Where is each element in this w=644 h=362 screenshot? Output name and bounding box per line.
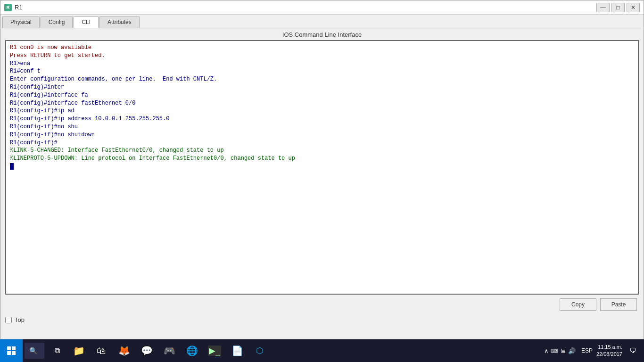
store-icon: 🛍 xyxy=(97,346,106,356)
terminal-line: R1#conf t xyxy=(10,67,634,75)
taskbar-icon-store[interactable]: 🛍 xyxy=(91,339,112,362)
paste-button[interactable]: Paste xyxy=(600,298,637,311)
tab-attributes[interactable]: Attributes xyxy=(99,16,140,28)
top-checkbox-label: Top xyxy=(15,316,25,323)
taskbar-clock[interactable]: 11:15 a.m. 22/08/2017 xyxy=(596,344,622,358)
terminal-line: R1 con0 is now available xyxy=(10,44,634,52)
terminal-wrapper: R1 con0 is now availablePress RETURN to … xyxy=(5,40,639,295)
close-button[interactable]: ✕ xyxy=(627,3,640,12)
terminal-line: Enter configuration commands, one per li… xyxy=(10,75,634,83)
taskbar-icon-discord[interactable]: 🎮 xyxy=(158,339,180,362)
discord-icon: 🎮 xyxy=(164,345,175,356)
title-bar-left: R R1 xyxy=(4,4,23,11)
cisco-icon: ⬡ xyxy=(256,346,264,356)
svg-rect-1 xyxy=(12,346,16,350)
language-indicator[interactable]: ESP xyxy=(581,347,593,354)
tab-cli[interactable]: CLI xyxy=(74,16,99,28)
terminal-cursor-line xyxy=(10,163,634,171)
svg-rect-0 xyxy=(7,346,11,350)
speaker-icon[interactable]: 🔊 xyxy=(568,347,576,354)
taskbar-app-icons: 📁 🛍 🦊 💬 🎮 🌐 ▶_ 📄 ⬡ xyxy=(68,339,271,362)
clock-date: 22/08/2017 xyxy=(596,351,622,358)
taskbar-icon-cisco[interactable]: ⬡ xyxy=(249,339,271,362)
taskbar-right: ∧ ⌨ 🖥 🔊 ESP 11:15 a.m. 22/08/2017 🗨 xyxy=(544,339,644,362)
taskbar-icon-explorer[interactable]: 📁 xyxy=(68,339,90,362)
minimize-button[interactable]: — xyxy=(596,3,610,12)
bottom-area: Top xyxy=(0,313,644,326)
cli-section-title: IOS Command Line Interface xyxy=(5,31,639,38)
terminal-output[interactable]: R1 con0 is now availablePress RETURN to … xyxy=(6,41,638,294)
taskbar-icon-terminal[interactable]: ▶_ xyxy=(204,339,225,362)
terminal-line: R1(config-if)# xyxy=(10,139,634,147)
search-icon: 🔍 xyxy=(29,347,37,354)
terminal-line: R1(config-if)#no shutdown xyxy=(10,131,634,139)
tab-physical[interactable]: Physical xyxy=(2,16,40,28)
skype-icon: 💬 xyxy=(141,345,153,356)
keyboard-icon[interactable]: ⌨ xyxy=(551,348,558,354)
terminal-line: %LINEPROTO-5-UPDOWN: Line protocol on In… xyxy=(10,155,634,163)
notification-icon: 🗨 xyxy=(629,347,636,354)
taskview-button[interactable]: ⧉ xyxy=(46,339,68,362)
clock-time: 11:15 a.m. xyxy=(596,344,622,351)
window-title: R1 xyxy=(15,4,23,11)
terminal-line: R1(config-if)#ip ad xyxy=(10,107,634,115)
taskbar-icon-firefox[interactable]: 🦊 xyxy=(113,339,135,362)
terminal-line: R1(config)#interface fa xyxy=(10,91,634,99)
explorer-icon: 📁 xyxy=(73,345,85,356)
taskbar-icon-skype[interactable]: 💬 xyxy=(136,339,157,362)
window-icon: R xyxy=(4,4,12,11)
firefox-icon: 🦊 xyxy=(118,345,130,356)
terminal-line: R1(config-if)#ip address 10.0.0.1 255.25… xyxy=(10,115,634,123)
chrome-icon: 🌐 xyxy=(186,345,198,356)
title-bar: R R1 — □ ✕ xyxy=(0,0,644,15)
chevron-up-icon[interactable]: ∧ xyxy=(544,347,549,354)
content-area: IOS Command Line Interface R1 con0 is no… xyxy=(0,28,644,313)
terminal-line: R1(config-if)#no shu xyxy=(10,123,634,131)
network-icon[interactable]: 🖥 xyxy=(560,347,566,354)
terminal-line: R1>ena xyxy=(10,60,634,68)
start-button[interactable] xyxy=(0,339,23,362)
button-area: Copy Paste xyxy=(5,298,639,311)
terminal-line: %LINK-5-CHANGED: Interface FastEthernet0… xyxy=(10,147,634,155)
tab-bar: Physical Config CLI Attributes xyxy=(0,15,644,28)
maximize-button[interactable]: □ xyxy=(611,3,625,12)
taskbar-icon-word[interactable]: 📄 xyxy=(226,339,248,362)
taskbar-search[interactable]: 🔍 xyxy=(25,343,44,359)
terminal-line: R1(config)#inter xyxy=(10,83,634,91)
taskbar-icon-chrome[interactable]: 🌐 xyxy=(181,339,203,362)
terminal-line: Press RETURN to get started. xyxy=(10,52,634,60)
notification-button[interactable]: 🗨 xyxy=(626,339,639,362)
main-window: R R1 — □ ✕ Physical Config CLI Attribute… xyxy=(0,0,644,339)
title-bar-controls: — □ ✕ xyxy=(596,3,640,12)
word-icon: 📄 xyxy=(231,345,243,356)
top-checkbox[interactable] xyxy=(5,317,12,323)
taskview-icon: ⧉ xyxy=(55,346,60,355)
copy-button[interactable]: Copy xyxy=(560,298,596,311)
taskbar: 🔍 ⧉ 📁 🛍 🦊 💬 🎮 🌐 ▶_ 📄 ⬡ xyxy=(0,339,644,362)
terminal-icon: ▶_ xyxy=(208,346,221,356)
svg-rect-3 xyxy=(12,351,16,355)
tray-icons: ∧ ⌨ 🖥 🔊 xyxy=(544,347,576,354)
tab-config[interactable]: Config xyxy=(41,16,73,28)
svg-rect-2 xyxy=(7,351,11,355)
terminal-line: R1(config)#interface fastEthernet 0/0 xyxy=(10,99,634,107)
